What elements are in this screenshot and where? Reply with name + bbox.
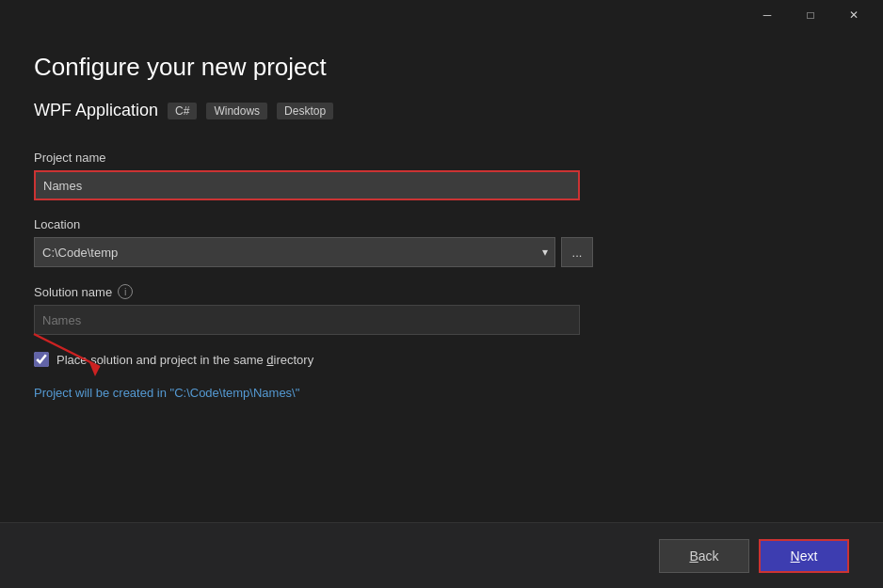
solution-name-input[interactable] <box>34 305 580 335</box>
back-underline: B <box>689 548 698 564</box>
same-directory-checkbox[interactable] <box>34 352 49 367</box>
tag-desktop: Desktop <box>277 103 333 119</box>
next-underline: N <box>791 548 800 564</box>
location-select[interactable]: C:\Code\temp <box>34 237 555 267</box>
creation-path: Project will be created in "C:\Code\temp… <box>34 386 849 400</box>
tag-csharp: C# <box>168 103 197 119</box>
browse-button[interactable]: ... <box>561 237 593 267</box>
project-type-label: WPF Application <box>34 101 158 120</box>
minimize-button[interactable]: ─ <box>746 0 789 30</box>
maximize-button[interactable]: □ <box>789 0 832 30</box>
solution-name-info-icon[interactable]: i <box>118 284 133 299</box>
back-label-text: ack <box>698 548 719 564</box>
location-section: Location C:\Code\temp ... <box>34 217 849 267</box>
title-bar: ─ □ ✕ <box>0 0 883 30</box>
solution-name-label-text: Solution name <box>34 285 112 299</box>
close-button[interactable]: ✕ <box>832 0 875 30</box>
back-button[interactable]: Back <box>659 539 749 573</box>
solution-name-section: Solution name i <box>34 284 849 335</box>
footer: Back Next <box>0 522 883 588</box>
project-name-label: Project name <box>34 151 849 165</box>
location-label: Location <box>34 217 849 231</box>
project-name-input[interactable] <box>34 170 580 200</box>
next-label-text: ext <box>800 548 818 564</box>
page-title: Configure your new project <box>34 53 849 82</box>
tag-windows: Windows <box>206 103 267 119</box>
next-button[interactable]: Next <box>759 539 849 573</box>
project-type-row: WPF Application C# Windows Desktop <box>34 101 849 120</box>
checkbox-row: Place solution and project in the same d… <box>34 352 849 367</box>
project-name-section: Project name <box>34 151 849 200</box>
same-directory-label[interactable]: Place solution and project in the same d… <box>56 353 313 367</box>
